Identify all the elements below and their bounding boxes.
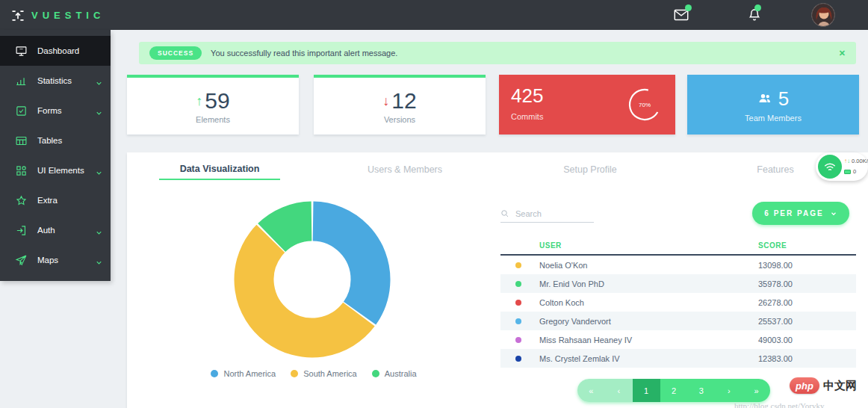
battery-icon: [844, 170, 851, 174]
page-button-first: «: [577, 379, 605, 402]
close-icon[interactable]: ✕: [839, 49, 846, 58]
grid-icon: [15, 164, 28, 177]
table-row[interactable]: Miss Rahsaan Heaney IV 49003.00: [500, 330, 856, 349]
checkbox-icon: [15, 105, 28, 117]
page-button-next[interactable]: ›: [715, 379, 743, 402]
stat-card-elements: ↑ 59 Elements: [127, 75, 299, 135]
user-score: 12383.00: [758, 354, 856, 363]
vuestic-dashboard: VUESTIC Dashboard: [0, 0, 868, 408]
user-name: Miss Rahsaan Heaney IV: [539, 336, 758, 344]
brand-logo[interactable]: VUESTIC: [31, 10, 105, 21]
stat-card-commits: 425 Commits 70%: [499, 75, 675, 135]
alert-badge: SUCCESS: [149, 46, 202, 60]
legend-dot: [211, 370, 218, 377]
user-name: Ms. Crystel Zemlak IV: [539, 354, 758, 363]
php-logo: php: [790, 377, 819, 394]
sign-in-icon: [15, 224, 28, 237]
sidebar-item-statistics[interactable]: Statistics: [0, 66, 111, 96]
page-button-3[interactable]: 3: [687, 379, 715, 402]
sidebar-item-ui-elements[interactable]: UI Elements: [0, 155, 111, 185]
sidebar: Dashboard Statistics Forms Tables UI Ele…: [0, 30, 111, 281]
download-icon: ↓: [847, 158, 850, 164]
user-color-dot: [515, 300, 521, 306]
col-header-user: USER: [539, 241, 758, 250]
search-icon: [500, 209, 509, 218]
star-icon: [15, 194, 28, 207]
send-icon: [15, 254, 28, 267]
chevron-down-icon: [830, 210, 837, 217]
sidebar-item-dashboard[interactable]: Dashboard: [0, 36, 111, 66]
sidebar-item-tables[interactable]: Tables: [0, 126, 111, 155]
chevron-down-icon: [95, 256, 103, 265]
progress-ring: 70%: [627, 87, 662, 122]
versions-count: 12: [391, 88, 416, 114]
sidebar-item-maps[interactable]: Maps: [0, 245, 111, 275]
legend-dot: [372, 370, 379, 377]
team-icon: [757, 91, 772, 106]
menu-collapse-icon[interactable]: [10, 8, 25, 22]
legend-item-north-america[interactable]: North America: [211, 369, 276, 378]
user-color-dot: [515, 318, 521, 324]
network-speed-widget[interactable]: ↑↓ 0.00K/s 0: [816, 152, 868, 181]
php-watermark: php 中文网: [790, 377, 857, 394]
bell-badge: [754, 4, 761, 11]
sidebar-item-label: Auth: [37, 226, 95, 235]
tab-users-members[interactable]: Users & Members: [312, 152, 497, 187]
table-row[interactable]: Noelia O'Kon 13098.00: [500, 256, 856, 274]
table-row[interactable]: Ms. Crystel Zemlak IV 12383.00: [500, 349, 856, 368]
chevron-down-icon: [95, 107, 103, 115]
trend-down-icon: ↓: [382, 93, 389, 109]
mail-badge: [685, 4, 692, 11]
sidebar-item-forms[interactable]: Forms: [0, 96, 111, 126]
chevron-down-icon: [95, 77, 103, 85]
sidebar-item-label: UI Elements: [37, 166, 95, 175]
stat-card-team: 5 Team Members: [687, 75, 859, 135]
user-name: Gregory Vandervort: [539, 317, 758, 326]
table-header: USER SCORE: [500, 236, 856, 256]
tab-setup-profile[interactable]: Setup Profile: [497, 152, 683, 187]
stat-card-versions: ↓ 12 Versions: [314, 75, 486, 135]
elements-count: 59: [205, 88, 229, 114]
legend-item-australia[interactable]: Australia: [372, 369, 417, 378]
bar-chart-icon: [15, 75, 28, 87]
user-color-dot: [515, 356, 521, 362]
user-color-dot: [515, 262, 521, 268]
main-card: Data VisualizationUsers & MembersSetup P…: [127, 152, 868, 408]
user-name: Colton Koch: [539, 298, 758, 307]
legend-item-south-america[interactable]: South America: [291, 369, 357, 378]
versions-label: Versions: [384, 115, 415, 124]
user-score: 25537.00: [758, 317, 856, 326]
team-count: 5: [778, 87, 789, 111]
user-color-dot: [515, 337, 521, 343]
wifi-icon: [818, 155, 842, 179]
sidebar-item-label: Statistics: [37, 76, 95, 85]
page-button-last[interactable]: »: [743, 379, 770, 402]
per-page-button[interactable]: 6 PER PAGE: [752, 202, 849, 225]
sidebar-item-label: Dashboard: [37, 46, 103, 55]
table-row[interactable]: Colton Koch 26278.00: [500, 293, 856, 312]
table-icon: [15, 135, 28, 147]
chevron-down-icon: [95, 226, 103, 235]
page-button-prev: ‹: [605, 379, 633, 402]
user-score: 26278.00: [758, 298, 856, 307]
table-row[interactable]: Mr. Enid Von PhD 35978.00: [500, 274, 856, 293]
page-button-1[interactable]: 1: [633, 379, 660, 402]
team-label: Team Members: [745, 114, 802, 123]
table-row[interactable]: Gregory Vandervort 25537.00: [500, 312, 856, 330]
sidebar-item-label: Extra: [37, 196, 103, 205]
legend-dot: [291, 370, 298, 377]
elements-label: Elements: [196, 115, 230, 124]
user-score: 35978.00: [758, 279, 856, 288]
tab-data-visualization[interactable]: Data Visualization: [127, 152, 312, 187]
sidebar-item-auth[interactable]: Auth: [0, 215, 111, 245]
sidebar-item-label: Tables: [37, 136, 103, 145]
page-button-2[interactable]: 2: [660, 379, 688, 402]
chevron-down-icon: [95, 167, 103, 175]
user-name: Mr. Enid Von PhD: [539, 279, 758, 288]
search-input[interactable]: [514, 208, 589, 219]
col-header-score: SCORE: [758, 241, 856, 250]
progress-label: 70%: [627, 87, 662, 122]
trend-up-icon: ↑: [196, 93, 202, 109]
sidebar-item-extra[interactable]: Extra: [0, 185, 111, 215]
avatar[interactable]: [811, 3, 835, 27]
